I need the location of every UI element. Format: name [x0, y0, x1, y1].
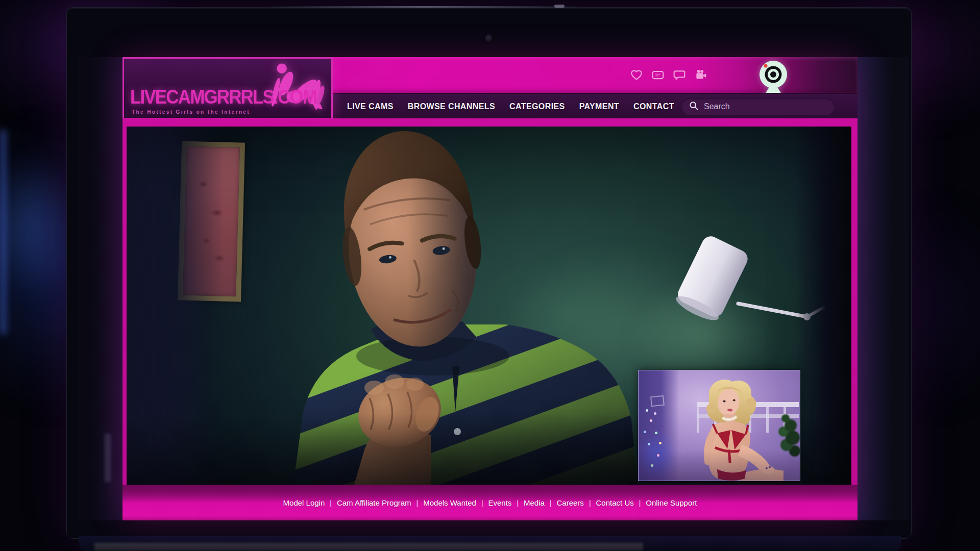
- search-input[interactable]: [704, 102, 827, 111]
- screen-bezel-right: [857, 57, 909, 520]
- nav-item-live-cams[interactable]: LIVE CAMS: [347, 102, 394, 111]
- pip-bottom-shadow: [639, 450, 800, 481]
- footer-link-events[interactable]: Events: [483, 498, 517, 507]
- pip-fairy-lights: [646, 409, 648, 412]
- footer-link-careers[interactable]: Careers: [552, 498, 589, 507]
- logo-link[interactable]: LIVECAMGRRRLS.COM The Hottest Girls on t…: [122, 57, 333, 119]
- mail-icon[interactable]: [651, 68, 665, 82]
- footer-bar: Model Login | Cam Affiliate Program | Mo…: [122, 485, 857, 520]
- footer-link-contact-us[interactable]: Contact Us: [591, 498, 639, 507]
- nav-item-categories[interactable]: CATEGORIES: [509, 102, 565, 111]
- footer-link-models-wanted[interactable]: Models Wanted: [418, 498, 481, 507]
- webcam-icon[interactable]: [756, 59, 790, 98]
- logo-text: LIVECAMGRRRLS.COM: [130, 86, 316, 108]
- room-blue-streak: [0, 130, 6, 334]
- heart-icon[interactable]: [630, 68, 643, 82]
- browser-page: LIVE CAMS BROWSE CHANNELS CATEGORIES PAY…: [122, 57, 857, 520]
- footer-links: Model Login | Cam Affiliate Program | Mo…: [122, 498, 857, 507]
- footer-link-model-login[interactable]: Model Login: [278, 498, 330, 507]
- chat-bubble-icon[interactable]: [673, 68, 686, 82]
- footer-link-online-support[interactable]: Online Support: [641, 498, 702, 507]
- nav-item-contact[interactable]: CONTACT: [633, 102, 674, 111]
- desk-edge: [94, 543, 643, 551]
- header-action-icons: [630, 68, 707, 82]
- main-content: [122, 118, 857, 485]
- footer-link-cam-affiliate-program[interactable]: Cam Affiliate Program: [332, 498, 416, 507]
- nav-item-browse-channels[interactable]: BROWSE CHANNELS: [408, 102, 495, 111]
- pip-video[interactable]: [638, 370, 800, 481]
- search-icon: [689, 101, 699, 113]
- logo-tagline: The Hottest Girls on the Internet: [132, 109, 250, 115]
- search-box[interactable]: [681, 98, 835, 115]
- scene: LIVE CAMS BROWSE CHANNELS CATEGORIES PAY…: [0, 0, 980, 551]
- footer-link-media[interactable]: Media: [519, 498, 550, 507]
- main-video: [127, 127, 851, 485]
- nav-item-payment[interactable]: PAYMENT: [579, 102, 619, 111]
- screen-glare: [105, 434, 111, 482]
- laptop-lid-edge: [265, 6, 582, 8]
- laptop-lid-notch: [554, 5, 565, 8]
- laptop-webcam-dot: [484, 34, 494, 43]
- screen-bezel-left: [78, 57, 122, 520]
- nav-links: LIVE CAMS BROWSE CHANNELS CATEGORIES PAY…: [347, 94, 674, 119]
- video-camera-icon[interactable]: [694, 68, 707, 82]
- room-glow-left-bright: [0, 153, 77, 296]
